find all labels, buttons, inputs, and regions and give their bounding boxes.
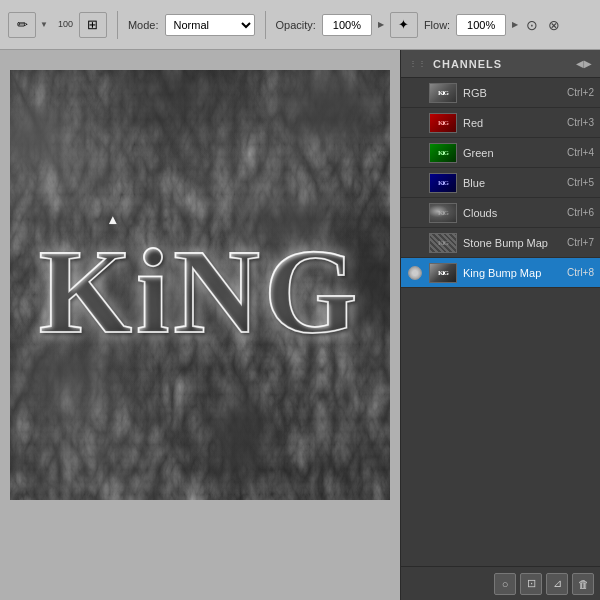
channel-thumb-blue: KiG bbox=[429, 173, 457, 193]
visibility-clouds[interactable] bbox=[407, 205, 423, 221]
divider-2 bbox=[265, 11, 266, 39]
settings-button[interactable]: ⊙ bbox=[524, 15, 540, 35]
channels-header: ⋮⋮ CHANNELS ◀▶ bbox=[401, 50, 600, 78]
thumb-text-blue: KiG bbox=[438, 179, 448, 187]
channel-row-red[interactable]: KiG Red Ctrl+3 bbox=[401, 108, 600, 138]
airbrush-button[interactable]: ✦ bbox=[390, 12, 418, 38]
mode-select[interactable]: Normal bbox=[165, 14, 255, 36]
brush-options-icon: ⊞ bbox=[87, 17, 98, 32]
airbrush-icon: ✦ bbox=[398, 17, 409, 32]
dropdown-arrow: ▼ bbox=[40, 20, 48, 29]
opacity-label: Opacity: bbox=[276, 19, 316, 31]
save-selection-button[interactable]: ⊡ bbox=[520, 573, 542, 595]
selection-overlay: KiNG bbox=[39, 223, 362, 361]
channel-thumb-red: KiG bbox=[429, 113, 457, 133]
new-channel-circle-button[interactable]: ○ bbox=[494, 573, 516, 595]
eye-icon-clouds bbox=[408, 206, 422, 220]
channel-thumb-green: KiG bbox=[429, 143, 457, 163]
channel-thumb-stone: KiG bbox=[429, 233, 457, 253]
channels-list: KiG RGB Ctrl+2 KiG Red Ctrl+3 bbox=[401, 78, 600, 566]
thumb-text-rgb: KiG bbox=[438, 89, 448, 97]
eye-icon-green bbox=[408, 146, 422, 160]
divider-1 bbox=[117, 11, 118, 39]
visibility-stone[interactable] bbox=[407, 235, 423, 251]
drag-handle: ⋮⋮ bbox=[409, 59, 427, 68]
flow-input[interactable] bbox=[456, 14, 506, 36]
channel-name-rgb: RGB bbox=[463, 87, 561, 99]
channels-panel: ⋮⋮ CHANNELS ◀▶ KiG RGB Ctrl+2 bbox=[400, 50, 600, 600]
eye-icon-rgb bbox=[408, 86, 422, 100]
panel-collapse-button[interactable]: ◀▶ bbox=[576, 58, 592, 69]
main-content: KiNG KiNG ⋮⋮ CHANNELS ◀▶ KiG RG bbox=[0, 50, 600, 600]
channel-row-rgb[interactable]: KiG RGB Ctrl+2 bbox=[401, 78, 600, 108]
load-selection-icon: ⊿ bbox=[553, 577, 562, 590]
trash-icon: 🗑 bbox=[578, 578, 589, 590]
flow-arrow: ▶ bbox=[512, 20, 518, 29]
opacity-arrow: ▶ bbox=[378, 20, 384, 29]
visibility-king[interactable] bbox=[407, 265, 423, 281]
channel-shortcut-rgb: Ctrl+2 bbox=[567, 87, 594, 98]
mode-label: Mode: bbox=[128, 19, 159, 31]
thumb-text-green: KiG bbox=[438, 149, 448, 157]
channel-name-clouds: Clouds bbox=[463, 207, 561, 219]
flow-label: Flow: bbox=[424, 19, 450, 31]
canvas-area: KiNG KiNG bbox=[0, 50, 400, 600]
channel-name-red: Red bbox=[463, 117, 561, 129]
save-selection-icon: ⊡ bbox=[527, 577, 536, 590]
brush-options-button[interactable]: ⊞ bbox=[79, 12, 107, 38]
channel-row-stone[interactable]: KiG Stone Bump Map Ctrl+7 bbox=[401, 228, 600, 258]
artwork-canvas[interactable]: KiNG KiNG bbox=[10, 70, 390, 500]
eye-icon-red bbox=[408, 116, 422, 130]
channel-shortcut-blue: Ctrl+5 bbox=[567, 177, 594, 188]
brush-size-indicator: 100 bbox=[58, 20, 73, 30]
delete-channel-button[interactable]: 🗑 bbox=[572, 573, 594, 595]
visibility-red[interactable] bbox=[407, 115, 423, 131]
brush-icon: ✏ bbox=[17, 17, 28, 32]
channel-shortcut-green: Ctrl+4 bbox=[567, 147, 594, 158]
thumb-text-king: KiG bbox=[438, 269, 448, 277]
channel-thumb-clouds: KiG bbox=[429, 203, 457, 223]
channel-thumb-rgb: KiG bbox=[429, 83, 457, 103]
extra-settings-button[interactable]: ⊗ bbox=[546, 15, 562, 35]
brush-size-value: 100 bbox=[58, 20, 73, 30]
channel-thumb-king: KiG bbox=[429, 263, 457, 283]
thumb-text-red: KiG bbox=[438, 119, 448, 127]
channels-title: CHANNELS bbox=[433, 58, 502, 70]
thumb-text-stone: KiG bbox=[438, 239, 448, 247]
channel-row-clouds[interactable]: KiG Clouds Ctrl+6 bbox=[401, 198, 600, 228]
eye-icon-king bbox=[408, 266, 422, 280]
channel-row-green[interactable]: KiG Green Ctrl+4 bbox=[401, 138, 600, 168]
channel-shortcut-red: Ctrl+3 bbox=[567, 117, 594, 128]
channel-name-green: Green bbox=[463, 147, 561, 159]
channel-shortcut-stone: Ctrl+7 bbox=[567, 237, 594, 248]
channel-shortcut-king: Ctrl+8 bbox=[567, 267, 594, 278]
channel-name-king: King Bump Map bbox=[463, 267, 561, 279]
eye-icon-blue bbox=[408, 176, 422, 190]
brush-tool-button[interactable]: ✏ bbox=[8, 12, 36, 38]
channel-name-stone: Stone Bump Map bbox=[463, 237, 561, 249]
opacity-input[interactable] bbox=[322, 14, 372, 36]
visibility-rgb[interactable] bbox=[407, 85, 423, 101]
thumb-text-clouds: KiG bbox=[438, 209, 448, 217]
eye-icon-stone bbox=[408, 236, 422, 250]
brush-tool-group: ✏ ▼ bbox=[8, 12, 48, 38]
channels-bottom-toolbar: ○ ⊡ ⊿ 🗑 bbox=[401, 566, 600, 600]
circle-icon: ○ bbox=[502, 578, 509, 590]
visibility-blue[interactable] bbox=[407, 175, 423, 191]
channel-row-king[interactable]: KiG King Bump Map Ctrl+8 bbox=[401, 258, 600, 288]
toolbar: ✏ ▼ 100 ⊞ Mode: Normal Opacity: ▶ ✦ Flow… bbox=[0, 0, 600, 50]
channel-row-blue[interactable]: KiG Blue Ctrl+5 bbox=[401, 168, 600, 198]
channel-shortcut-clouds: Ctrl+6 bbox=[567, 207, 594, 218]
load-selection-button[interactable]: ⊿ bbox=[546, 573, 568, 595]
channel-name-blue: Blue bbox=[463, 177, 561, 189]
visibility-green[interactable] bbox=[407, 145, 423, 161]
